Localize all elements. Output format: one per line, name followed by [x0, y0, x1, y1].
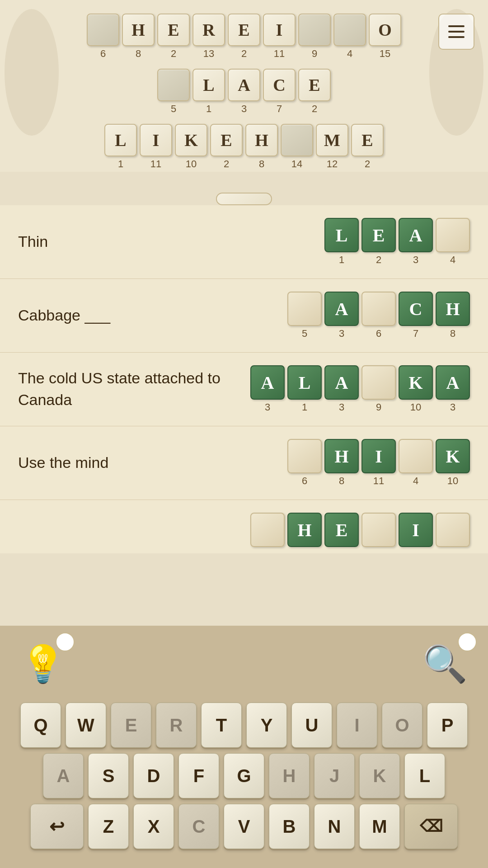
clue-tile	[250, 513, 285, 547]
clue-tile: A	[436, 365, 470, 400]
key-o[interactable]: O	[382, 703, 422, 748]
key-b[interactable]: B	[269, 804, 310, 849]
key-r[interactable]: R	[156, 703, 197, 748]
key-e[interactable]: E	[111, 703, 151, 748]
key-w[interactable]: W	[66, 703, 106, 748]
tile-number: 13	[203, 48, 214, 60]
tile-number: 2	[312, 103, 317, 115]
key-j[interactable]: J	[314, 753, 355, 798]
menu-button[interactable]	[438, 14, 474, 50]
key-f[interactable]: F	[178, 753, 219, 798]
key-backspace[interactable]: ⌫	[404, 804, 458, 849]
clue-text: Cabbage ___	[18, 305, 110, 326]
clue-tile-wrap: K10	[399, 365, 433, 413]
tile-group: K10	[175, 124, 207, 170]
tile-group: E2	[298, 69, 331, 115]
clue-tile-wrap: 6	[287, 439, 322, 487]
letter-tile: E	[210, 124, 243, 156]
letter-tile: R	[192, 14, 225, 46]
clue-tile-number: 9	[376, 401, 381, 413]
clue-item: The cold US state attached to CanadaA3L1…	[0, 353, 488, 426]
tile-group: E2	[228, 14, 260, 60]
clue-tile-wrap	[436, 513, 470, 549]
tile-number: 1	[118, 158, 123, 170]
key-q[interactable]: Q	[20, 703, 61, 748]
letter-tile: E	[228, 14, 260, 46]
clue-tile-number: 6	[302, 475, 307, 487]
letter-tile: H	[122, 14, 155, 46]
key-z[interactable]: Z	[88, 804, 129, 849]
clue-tiles: 5A36C7H8	[287, 292, 470, 340]
key-n[interactable]: N	[314, 804, 355, 849]
key-x[interactable]: X	[133, 804, 174, 849]
key-p[interactable]: P	[427, 703, 468, 748]
keyboard-tools: 💡 🔍	[5, 635, 483, 703]
clue-tile-wrap: H8	[324, 439, 359, 487]
clue-tile	[287, 292, 322, 326]
key-g[interactable]: G	[224, 753, 264, 798]
clue-tile: A	[324, 365, 359, 400]
key-m[interactable]: M	[359, 804, 400, 849]
clue-tiles: L1E2A34	[324, 218, 470, 266]
key-y[interactable]: Y	[246, 703, 287, 748]
keyboard-row-1: QWERTYUIOP	[5, 703, 483, 748]
tile-number: 7	[277, 103, 282, 115]
tile-group: E2	[210, 124, 243, 170]
clue-tile-wrap: 6	[361, 292, 396, 340]
key-i[interactable]: I	[337, 703, 377, 748]
clue-tile-wrap: I	[399, 513, 433, 549]
clue-tile	[287, 439, 322, 473]
key-k[interactable]: K	[359, 753, 400, 798]
clue-tiles: HEI	[250, 513, 470, 549]
tile-group: O15	[369, 14, 401, 60]
hint-magnifier-button[interactable]: 🔍	[416, 635, 474, 693]
clue-list: ThinL1E2A34Cabbage ___5A36C7H8The cold U…	[0, 205, 488, 553]
letter-tile: O	[369, 14, 401, 46]
key-h[interactable]: H	[269, 753, 310, 798]
clue-tile	[361, 365, 396, 400]
clue-tile-wrap: K10	[436, 439, 470, 487]
clue-tile-wrap: A3	[399, 218, 433, 266]
tile-number: 6	[100, 48, 106, 60]
clue-tile: I	[361, 439, 396, 473]
clue-tile-wrap	[361, 513, 396, 549]
clue-tile-wrap: A3	[324, 365, 359, 413]
key-c[interactable]: C	[178, 804, 219, 849]
clue-tile-wrap: E2	[361, 218, 396, 266]
tile-group: H8	[245, 124, 278, 170]
tile-group: L1	[192, 69, 225, 115]
tile-number: 15	[380, 48, 390, 60]
clue-tile-number: 8	[339, 475, 344, 487]
tile-number: 2	[224, 158, 229, 170]
tile-group: 6	[87, 14, 119, 60]
key-d[interactable]: D	[133, 753, 174, 798]
clue-tile	[361, 292, 396, 326]
tile-number: 8	[136, 48, 141, 60]
clue-tile: I	[399, 513, 433, 547]
tile-group: R13	[192, 14, 225, 60]
tile-group: 4	[333, 14, 366, 60]
key-return[interactable]: ↩	[30, 804, 84, 849]
letter-tile	[333, 14, 366, 46]
key-a[interactable]: A	[43, 753, 84, 798]
letter-tile: E	[298, 69, 331, 101]
tile-number: 2	[365, 158, 370, 170]
clue-tile-number: 11	[373, 475, 384, 487]
hint-bulb-button[interactable]: 💡	[14, 635, 72, 693]
key-v[interactable]: V	[224, 804, 264, 849]
key-u[interactable]: U	[291, 703, 332, 748]
key-l[interactable]: L	[404, 753, 445, 798]
key-t[interactable]: T	[201, 703, 242, 748]
key-s[interactable]: S	[88, 753, 129, 798]
clue-item: ThinL1E2A34	[0, 205, 488, 279]
clue-tile-wrap	[250, 513, 285, 549]
top-tiles-area: 6H8E2R13E2I1194O15 5L1A3C7E2 L1I11K10E2H…	[0, 0, 488, 188]
letter-tile: A	[228, 69, 260, 101]
clue-tile-wrap: I11	[361, 439, 396, 487]
letter-tile: E	[157, 14, 190, 46]
clue-tile: A	[324, 292, 359, 326]
clue-tile-number: 3	[339, 401, 344, 413]
tile-row-1: 6H8E2R13E2I1194O15	[9, 14, 479, 60]
tile-number: 2	[241, 48, 247, 60]
clue-tile-wrap: H	[287, 513, 322, 549]
